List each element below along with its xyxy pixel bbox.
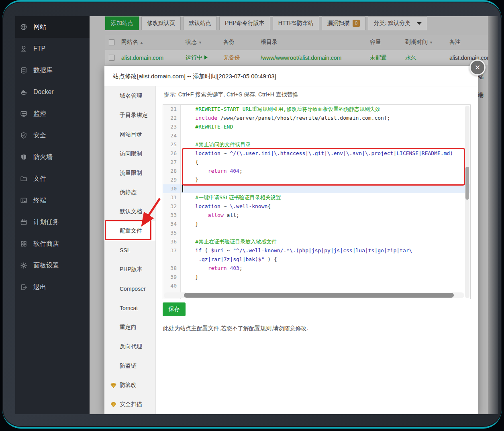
gem-icon [110,401,117,408]
monitor-icon [20,110,27,117]
modal-menu-item-label: 子目录绑定 [120,112,148,119]
firewall-shield-icon [20,153,27,161]
code-text [181,131,470,140]
editor-lines: 21 #REWRITE-START URL重写规则引用,修改后将导致面板设置的伪… [163,105,470,299]
modal-menu-item-label: 防盗链 [120,362,137,370]
code-line-31: 31 #一键申请SSL证书验证目录相关设置 [163,193,470,202]
code-line-39: 39 } [163,273,470,282]
sidebar-item-label: 退出 [33,283,46,292]
code-line-33: 33 allow all; [163,211,470,220]
code-text: #禁止在证书验证目录放入敏感文件 [181,237,470,246]
code-text: .gz|rar|7z|sql|bak)$" ) { [181,255,470,264]
modal-menu-item-SSL[interactable]: SSL [104,241,155,260]
modal-menu-item-重定向[interactable]: 重定向 [104,318,155,337]
modal-menu-item-流量限制[interactable]: 流量限制 [104,163,155,183]
sidebar-item-数据库[interactable]: 数据库 [15,59,90,81]
sidebar-item-终端[interactable]: 终端 [15,190,90,211]
code-text: return 404; [181,167,470,176]
logout-icon [20,284,27,291]
sidebar-item-label: 计划任务 [33,218,59,227]
sidebar-item-Docker[interactable]: Docker [15,81,90,103]
code-line-36: 36 #禁止在证书验证目录放入敏感文件 [163,237,470,246]
line-number: 22 [163,114,181,123]
modal-menu-item-反向代理[interactable]: 反向代理 [104,337,155,356]
code-text: } [181,273,470,282]
modal-menu-item-网站目录[interactable]: 网站目录 [104,125,155,144]
modal-menu-item-label: 访问限制 [120,150,142,157]
modal-menu-item-label: 配置文件 [120,227,142,235]
modal-menu-item-域名管理[interactable]: 域名管理 [104,86,155,106]
modal-title: 站点修改[alist.domain.com] -- 添加时间[2023-07-0… [104,66,478,86]
line-number: 21 [163,105,181,114]
modal-menu-item-Composer[interactable]: Composer [104,279,155,298]
sidebar-item-计划任务[interactable]: 计划任务 [15,211,90,233]
modal-menu-item-配置文件[interactable]: 配置文件 [104,221,155,241]
modal-menu-item-label: 网站目录 [120,131,142,138]
globe-icon [20,23,27,31]
modal-menu-item-安全扫描[interactable]: 安全扫描 [104,395,155,414]
sidebar-item-label: Docker [33,88,54,96]
code-line-37: 37 if ( $uri ~ "^/\.well-known/.*\.(php|… [163,246,470,255]
editor-vertical-scrollbar[interactable] [465,106,469,298]
code-text [181,282,470,290]
modal-menu-item-label: Tomcat [120,305,138,311]
editor-shortcut-tip: 提示: Ctrl+F 搜索关键字, Ctrl+S 保存, Ctrl+H 查找替换 [164,91,298,98]
code-text: } [181,176,470,184]
line-number: 34 [163,220,181,229]
sidebar-item-FTP[interactable]: FTP [15,38,90,59]
sidebar-item-label: 监控 [33,110,46,118]
modal-menu-item-label: PHP版本 [120,266,143,273]
sidebar-item-退出[interactable]: 退出 [15,276,90,298]
line-number: 38 [163,264,181,273]
code-line-32: 32 location ~ \.well-known{ [163,202,470,211]
code-text: location ~ \.well-known{ [181,202,470,211]
sidebar-item-网站[interactable]: 网站 [15,16,90,38]
gear-icon [20,262,27,269]
code-line-35: 35 [163,229,470,237]
database-icon [20,67,27,74]
line-number: 37 [163,246,181,255]
modal-menu-item-访问限制[interactable]: 访问限制 [104,144,155,163]
gem-icon [110,382,117,389]
modal-menu-item-PHP版本[interactable]: PHP版本 [104,260,155,279]
modal-menu: 域名管理子目录绑定网站目录访问限制流量限制伪静态默认文档配置文件SSLPHP版本… [104,86,156,414]
modal-menu-item-label: 重定向 [120,324,137,331]
modal-menu-item-子目录绑定[interactable]: 子目录绑定 [104,106,155,125]
line-number: 28 [163,167,181,176]
modal-menu-item-默认文档[interactable]: 默认文档 [104,202,155,221]
sidebar-item-文件[interactable]: 文件 [15,168,90,190]
sidebar-item-label: 面板设置 [33,261,59,270]
modal-menu-item-label: 防篡改 [120,382,137,389]
modal-menu-item-防盗链[interactable]: 防盗链 [104,356,155,376]
sidebar-item-软件商店[interactable]: 软件商店 [15,233,90,255]
vertical-scroll-thumb[interactable] [465,167,469,200]
sidebar-item-监控[interactable]: 监控 [15,103,90,125]
editor-horizontal-scrollbar[interactable] [164,292,464,298]
sidebar-item-防火墙[interactable]: 防火墙 [15,146,90,168]
code-text: allow all; [181,211,470,220]
modal-close-button[interactable]: ✕ [469,59,486,76]
modal-menu-item-Tomcat[interactable]: Tomcat [104,298,155,318]
sidebar-item-面板设置[interactable]: 面板设置 [15,255,90,276]
modal-menu-item-伪静态[interactable]: 伪静态 [104,183,155,202]
config-warning-note: 此处为站点主配置文件,若您不了解配置规则,请勿随意修改. [163,325,308,332]
horizontal-scroll-thumb[interactable] [184,293,454,298]
config-file-editor[interactable]: 21 #REWRITE-START URL重写规则引用,修改后将导致面板设置的伪… [163,104,471,299]
sidebar-item-label: 终端 [33,196,46,205]
sidebar-item-label: 软件商店 [33,240,59,248]
sidebar-item-安全[interactable]: 安全 [15,125,90,146]
modal-menu-item-防篡改[interactable]: 防篡改 [104,376,155,395]
code-text: location ~ ^/(\.user.ini|\.htaccess|\.gi… [181,149,470,158]
docker-icon [20,88,27,96]
code-text: if ( $uri ~ "^/\.well-known/.*\.(php|jsp… [181,246,470,255]
save-button[interactable]: 保存 [163,302,186,316]
modal-menu-item-label: Composer [120,286,146,292]
sidebar-item-label: 文件 [33,175,46,183]
code-line-23: 23 #REWRITE-END [163,123,470,131]
sidebar: 网站FTP数据库Docker监控安全防火墙文件终端计划任务软件商店面板设置退出 [15,16,90,414]
code-line-26: 26 location ~ ^/(\.user.ini|\.htaccess|\… [163,149,470,158]
app-screen: 添加站点修改默认页默认站点PHP命令行版本HTTPS防窜站漏洞扫描0分类: 默认… [15,16,488,414]
right-shade [488,16,498,414]
code-text: include /www/server/panel/vhost/rewrite/… [181,114,470,123]
code-text: #一键申请SSL证书验证目录相关设置 [181,193,470,202]
